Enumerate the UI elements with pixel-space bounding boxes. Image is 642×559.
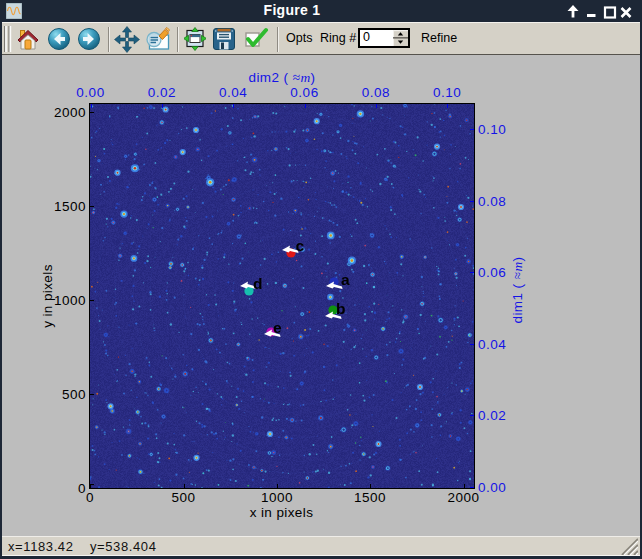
- svg-text:a: a: [341, 271, 350, 288]
- svg-text:c: c: [296, 237, 305, 254]
- svg-text:b: b: [336, 300, 345, 317]
- svg-text:d: d: [253, 275, 262, 292]
- svg-text:e: e: [273, 319, 282, 336]
